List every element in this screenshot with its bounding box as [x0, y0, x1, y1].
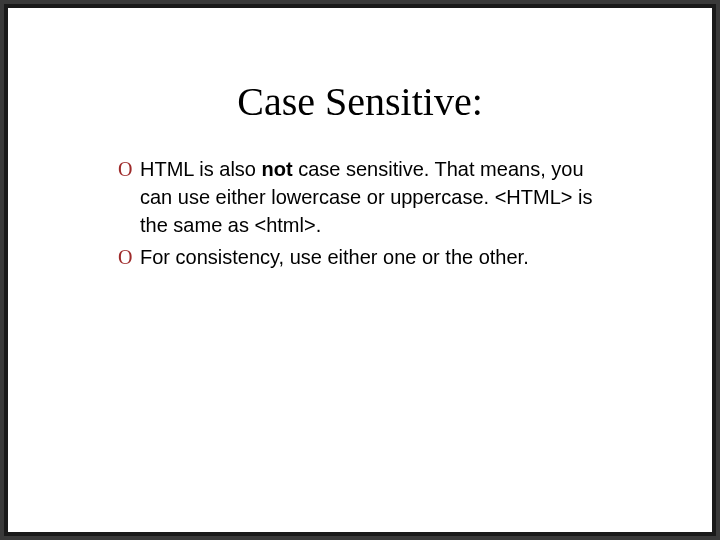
bullet-text: For consistency, use either one or the o…	[140, 243, 529, 271]
bullet-text-bold: not	[262, 158, 293, 180]
bullet-text-pre: HTML is also	[140, 158, 262, 180]
bullet-icon: O	[118, 243, 140, 271]
bullet-text: HTML is also not case sensitive. That me…	[140, 155, 602, 239]
list-item: O For consistency, use either one or the…	[118, 243, 602, 271]
slide-title: Case Sensitive:	[8, 78, 712, 125]
bullet-icon: O	[118, 155, 140, 183]
slide: Case Sensitive: O HTML is also not case …	[8, 8, 712, 532]
slide-content: O HTML is also not case sensitive. That …	[118, 155, 602, 271]
slide-frame: Case Sensitive: O HTML is also not case …	[4, 4, 716, 536]
list-item: O HTML is also not case sensitive. That …	[118, 155, 602, 239]
